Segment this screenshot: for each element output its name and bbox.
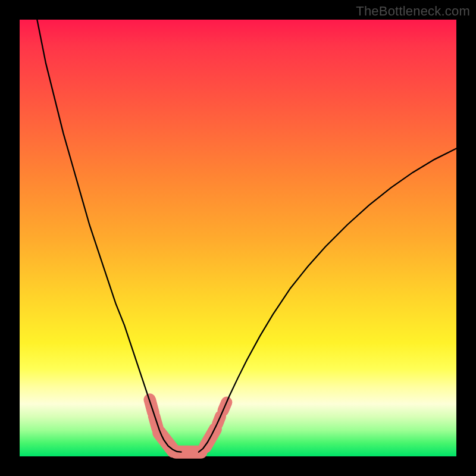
chart-svg (20, 20, 456, 456)
chart-frame: TheBottleneck.com (0, 0, 476, 476)
plot-area (20, 20, 456, 456)
left-curve (37, 20, 181, 452)
marker-group (150, 400, 227, 452)
right-curve (199, 149, 456, 452)
watermark-text: TheBottleneck.com (356, 4, 470, 19)
